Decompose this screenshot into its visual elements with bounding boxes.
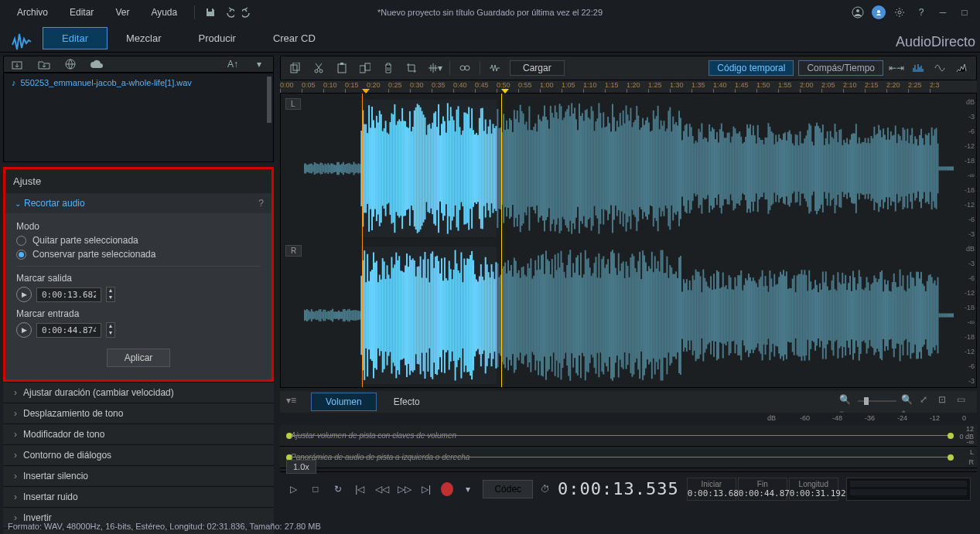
adj-desplazamiento-tono[interactable]: Desplazamiento de tono — [3, 403, 274, 423]
window-title: *Nuevo proyecto sin título Guardado por … — [377, 8, 603, 17]
go-end-button[interactable]: ▷| — [419, 481, 434, 498]
marker-out-icon[interactable] — [501, 89, 509, 94]
import-folder-icon[interactable] — [36, 56, 52, 72]
meter-icon[interactable] — [953, 60, 970, 77]
zoom-sel-icon[interactable]: ▭ — [957, 394, 971, 408]
playhead-end[interactable] — [501, 94, 502, 387]
file-item[interactable]: ♪ 550253_emmanuel-jacob_a-whole-life[1].… — [4, 73, 273, 92]
loop-button[interactable]: ↻ — [330, 481, 345, 498]
rewind-button[interactable]: ◁◁ — [375, 481, 390, 498]
menu-editar[interactable]: Editar — [60, 4, 103, 21]
copy-icon[interactable] — [287, 60, 304, 77]
cut-icon[interactable] — [310, 60, 327, 77]
snap-icon[interactable]: ⇤⇥ — [888, 60, 905, 77]
tab-crear-cd[interactable]: Crear CD — [254, 28, 334, 49]
minimize-icon[interactable]: ─ — [935, 5, 951, 20]
ajuste-panel: Ajuste ⌄ Recortar audio ? Modo Quitar pa… — [3, 167, 274, 382]
crop-icon[interactable] — [403, 60, 420, 77]
recortar-audio-header[interactable]: ⌄ Recortar audio ? — [5, 193, 271, 213]
record-button[interactable] — [441, 482, 452, 496]
cargar-button[interactable]: Cargar — [510, 60, 565, 76]
zoom-v-icon[interactable]: ⤢ — [920, 394, 934, 408]
help-icon[interactable]: ? — [913, 5, 929, 20]
waveform-area[interactable]: L R dB-3-6-12-18-∞-18-12-6-3 dB-3-6-12-1… — [280, 93, 977, 388]
envelope-panel: ▾≡ Volumen Efecto 🔍₋ 🔍₊ ⤢ ⊡ ▭ dB-60-48-3… — [280, 391, 977, 468]
tab-efecto[interactable]: Efecto — [380, 393, 434, 410]
out-spinner[interactable]: ▲▼ — [106, 287, 115, 302]
preview-in-button[interactable]: ▶ — [16, 322, 32, 338]
radio-quitar[interactable]: Quitar parte seleccionada — [16, 235, 261, 246]
wave-view-icon[interactable] — [931, 60, 948, 77]
length-time-cell[interactable]: Longitud0:00:31.192 — [789, 478, 838, 501]
radio-icon[interactable] — [16, 236, 26, 246]
svg-rect-7 — [293, 63, 299, 70]
zoom-in-icon[interactable]: 🔍₊ — [901, 394, 915, 408]
web-icon[interactable] — [63, 56, 78, 72]
adj-contorno-dialogos[interactable]: Contorno de diálogos — [3, 444, 274, 465]
forward-button[interactable]: ▷▷ — [397, 481, 411, 498]
maximize-icon[interactable]: □ — [957, 5, 972, 20]
import-file-icon[interactable] — [10, 56, 26, 72]
play-button[interactable]: ▷ — [286, 481, 301, 498]
paste-icon[interactable] — [333, 60, 350, 77]
go-start-button[interactable]: |◁ — [353, 481, 367, 498]
sort-button[interactable]: A↑ — [225, 56, 241, 72]
adj-modificador-tono[interactable]: Modificador de tono — [3, 423, 274, 444]
pan-envelope-track[interactable]: Panorámica de audio de pista a izquierda… — [280, 447, 977, 468]
start-time-cell[interactable]: Iniciar0:00:13.682 — [687, 478, 736, 501]
menu-ver[interactable]: Ver — [106, 4, 138, 21]
speed-display[interactable]: 1.0x — [286, 460, 316, 474]
undo-icon[interactable] — [221, 5, 237, 20]
notification-badge[interactable] — [872, 5, 886, 19]
adj-insertar-silencio[interactable]: Insertar silencio — [3, 465, 274, 486]
svg-rect-6 — [291, 65, 297, 73]
marker-in-icon[interactable] — [362, 89, 370, 94]
waveform-icon[interactable] — [487, 60, 504, 77]
codec-button[interactable]: Códec — [483, 480, 533, 498]
normalize-icon[interactable]: ▾ — [426, 60, 443, 77]
gear-icon[interactable] — [892, 5, 907, 20]
redo-icon[interactable] — [240, 5, 255, 20]
adj-ajustar-duracion[interactable]: Ajustar duración (cambiar velocidad) — [3, 382, 274, 403]
chevron-down-icon[interactable]: ▾ — [251, 56, 267, 72]
modo-label: Modo — [16, 221, 261, 232]
stop-button[interactable]: □ — [309, 481, 323, 498]
codigo-temporal-button[interactable]: Código temporal — [709, 60, 794, 76]
menu-ayuda[interactable]: Ayuda — [142, 4, 186, 21]
scrollbar-thumb[interactable] — [267, 77, 271, 123]
in-spinner[interactable]: ▲▼ — [106, 322, 115, 338]
out-timecode-input[interactable] — [36, 287, 101, 302]
adj-insertar-ruido[interactable]: Insertar ruido — [3, 486, 274, 507]
help-icon[interactable]: ? — [258, 198, 264, 209]
effects-icon[interactable] — [456, 60, 473, 77]
apply-button[interactable]: Aplicar — [107, 349, 171, 367]
record-menu-icon[interactable]: ▾ — [461, 481, 476, 498]
zoom-fit-icon[interactable]: ⊡ — [938, 394, 952, 408]
compas-tiempo-button[interactable]: Compás/Tiempo — [798, 60, 883, 76]
radio-conservar[interactable]: Conservar parte seleccionada — [16, 249, 261, 260]
tab-editar[interactable]: Editar — [43, 27, 108, 49]
edit-toolbar: ▾ Cargar Código temporal Compás/Tiempo ⇤… — [280, 56, 977, 80]
delete-icon[interactable] — [380, 60, 397, 77]
svg-rect-12 — [360, 66, 365, 73]
file-list[interactable]: ♪ 550253_emmanuel-jacob_a-whole-life[1].… — [3, 73, 274, 162]
volume-envelope-track[interactable]: Ajustar volumen de pista con claves de v… — [280, 425, 977, 447]
preview-out-button[interactable]: ▶ — [16, 287, 32, 302]
tab-producir[interactable]: Producir — [179, 28, 254, 49]
spectrum-icon[interactable] — [910, 60, 927, 77]
radio-icon[interactable] — [16, 250, 26, 260]
zoom-slider[interactable] — [858, 400, 896, 402]
save-icon[interactable] — [203, 5, 218, 20]
menu-archivo[interactable]: Archivo — [8, 4, 57, 21]
in-timecode-input[interactable] — [36, 323, 101, 338]
tab-volumen[interactable]: Volumen — [311, 393, 377, 411]
time-ruler[interactable]: 0:000:050:100:150:200:250:300:350:400:45… — [280, 80, 977, 93]
env-menu-icon[interactable]: ▾≡ — [286, 395, 300, 409]
tab-mezclar[interactable]: Mezclar — [108, 28, 180, 49]
cloud-icon[interactable] — [89, 56, 104, 72]
end-time-cell[interactable]: Fin0:00:44.874 — [738, 478, 787, 501]
zoom-out-icon[interactable]: 🔍₋ — [839, 394, 853, 408]
playhead-start[interactable] — [362, 94, 363, 387]
user-icon[interactable] — [850, 5, 866, 20]
duplicate-icon[interactable] — [357, 60, 374, 77]
